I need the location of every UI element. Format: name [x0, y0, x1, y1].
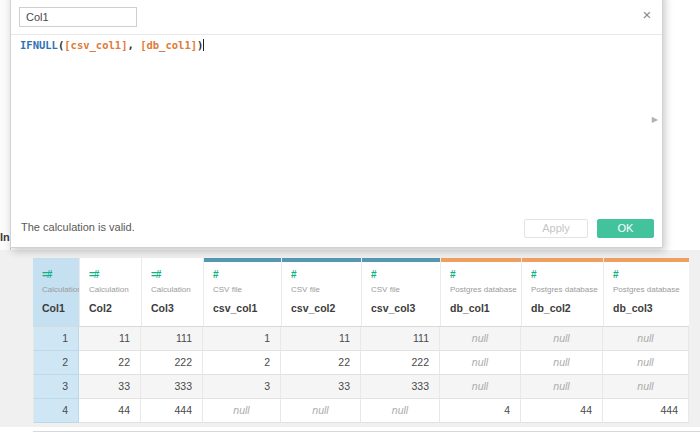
grid-cell[interactable]: null — [521, 327, 603, 351]
grid-cell[interactable]: 11 — [281, 327, 361, 351]
grid-cell[interactable]: 2 — [203, 351, 281, 375]
column-name: Col3 — [142, 294, 203, 314]
calculated-number-field-icon: =# — [33, 262, 79, 281]
grid-cell[interactable]: null — [521, 375, 603, 399]
calculated-number-field-icon: =# — [142, 262, 203, 281]
grid-header-row: =#CalculationCol1=#CalculationCol2=#Calc… — [33, 258, 689, 326]
column-name: db_col2 — [522, 294, 603, 314]
formula-function-token: IFNULL — [20, 39, 58, 51]
grid-cell[interactable]: 444 — [141, 399, 203, 423]
column-source-label: CSV file — [204, 281, 281, 294]
grid-cell[interactable]: 222 — [361, 351, 440, 375]
grid-cell[interactable]: 111 — [141, 327, 203, 351]
column-source-label: Calculation — [80, 281, 141, 294]
grid-cell[interactable]: 44 — [79, 399, 141, 423]
column-header-Col2[interactable]: =#CalculationCol2 — [79, 258, 141, 326]
grid-cell[interactable]: 333 — [141, 375, 203, 399]
number-field-icon: # — [604, 262, 689, 281]
apply-button[interactable]: Apply — [524, 219, 588, 238]
column-name: csv_col1 — [204, 294, 281, 314]
calculated-number-field-icon: =# — [80, 262, 141, 281]
number-field-icon: # — [441, 262, 521, 281]
column-name: csv_col3 — [362, 294, 440, 314]
column-source-label: CSV file — [362, 281, 440, 294]
column-source-label: CSV file — [282, 281, 361, 294]
data-preview-grid: =#CalculationCol1=#CalculationCol2=#Calc… — [33, 258, 689, 423]
column-header-Col1[interactable]: =#CalculationCol1 — [33, 258, 79, 326]
grid-cell[interactable]: 444 — [603, 399, 689, 423]
formula-editor[interactable]: IFNULL([csv_col1], [db_col1]) — [20, 39, 204, 51]
grid-bottom-divider — [33, 431, 700, 432]
grid-cell[interactable]: 333 — [361, 375, 440, 399]
column-name: csv_col2 — [282, 294, 361, 314]
calculation-editor-dialog: × IFNULL([csv_col1], [db_col1]) ▶ The ca… — [10, 0, 663, 248]
clipped-background-text: In — [0, 231, 10, 243]
column-name: Col1 — [33, 294, 79, 314]
column-source-label: Postgres database — [522, 281, 603, 294]
grid-cell[interactable]: 4 — [440, 399, 521, 423]
column-source-label: Calculation — [33, 281, 79, 294]
column-name: db_col3 — [604, 294, 689, 314]
grid-cell[interactable]: null — [603, 351, 689, 375]
column-source-label: Calculation — [142, 281, 203, 294]
column-header-csv_col3[interactable]: #CSV filecsv_col3 — [361, 258, 440, 326]
text-cursor — [203, 39, 204, 51]
formula-field-token: [csv_col1] — [64, 39, 127, 51]
grid-cell[interactable]: 111 — [361, 327, 440, 351]
grid-cell[interactable]: null — [203, 399, 281, 423]
table-row: 111111111111nullnullnull — [33, 327, 689, 351]
table-row: 444444nullnullnull444444 — [33, 399, 689, 423]
tableau-data-grid-screen: In =#CalculationCol1=#CalculationCol2=#C… — [0, 0, 700, 435]
formula-field-token: [db_col1] — [140, 39, 197, 51]
grid-cell[interactable]: 11 — [79, 327, 141, 351]
grid-cell[interactable]: 3 — [203, 375, 281, 399]
grid-cell[interactable]: 222 — [141, 351, 203, 375]
column-source-label: Postgres database — [604, 281, 689, 294]
number-field-icon: # — [204, 262, 281, 281]
close-icon[interactable]: × — [639, 7, 655, 23]
column-header-db_col1[interactable]: #Postgres databasedb_col1 — [440, 258, 521, 326]
grid-cell[interactable]: 44 — [521, 399, 603, 423]
number-field-icon: # — [282, 262, 361, 281]
grid-cell[interactable]: null — [603, 375, 689, 399]
dialog-separator — [11, 34, 662, 35]
grid-cell[interactable]: 33 — [79, 375, 141, 399]
grid-cell[interactable]: null — [603, 327, 689, 351]
grid-cell[interactable]: null — [361, 399, 440, 423]
grid-cell[interactable]: null — [521, 351, 603, 375]
column-name: Col2 — [80, 294, 141, 314]
grid-cell[interactable]: 4 — [33, 399, 79, 423]
dialog-buttons: Apply OK — [524, 219, 654, 238]
table-row: 333333333333nullnullnull — [33, 375, 689, 399]
grid-cell[interactable]: 2 — [33, 351, 79, 375]
grid-cell[interactable]: null — [281, 399, 361, 423]
ok-button[interactable]: OK — [597, 219, 654, 238]
formula-separator: , — [127, 39, 140, 51]
grid-cell[interactable]: null — [440, 351, 521, 375]
column-header-csv_col2[interactable]: #CSV filecsv_col2 — [281, 258, 361, 326]
number-field-icon: # — [362, 262, 440, 281]
grid-cell[interactable]: 1 — [33, 327, 79, 351]
grid-cell[interactable]: 22 — [281, 351, 361, 375]
grid-body: 111111111111nullnullnull222222222222null… — [33, 326, 689, 423]
column-header-db_col3[interactable]: #Postgres databasedb_col3 — [603, 258, 689, 326]
grid-cell[interactable]: 22 — [79, 351, 141, 375]
grid-cell[interactable]: 1 — [203, 327, 281, 351]
expand-panel-arrow-icon[interactable]: ▶ — [652, 115, 658, 124]
column-source-label: Postgres database — [441, 281, 521, 294]
calculation-name-input[interactable] — [19, 7, 137, 27]
grid-cell[interactable]: 33 — [281, 375, 361, 399]
validation-status-text: The calculation is valid. — [21, 221, 135, 233]
column-header-Col3[interactable]: =#CalculationCol3 — [141, 258, 203, 326]
grid-cell[interactable]: null — [440, 375, 521, 399]
table-row: 222222222222nullnullnull — [33, 351, 689, 375]
grid-cell[interactable]: 3 — [33, 375, 79, 399]
column-name: db_col1 — [441, 294, 521, 314]
column-header-db_col2[interactable]: #Postgres databasedb_col2 — [521, 258, 603, 326]
column-header-csv_col1[interactable]: #CSV filecsv_col1 — [203, 258, 281, 326]
number-field-icon: # — [522, 262, 603, 281]
grid-cell[interactable]: null — [440, 327, 521, 351]
